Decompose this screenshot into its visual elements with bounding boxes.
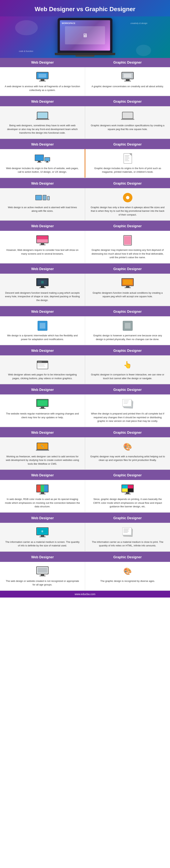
graphic-header-13: Graphic Designer [85,553,170,562]
web-header-12: Web Designer [0,514,85,523]
graphic-text-7: Graphic design is however a permanent on… [90,334,165,341]
graphic-header-2: Graphic Designer [85,97,170,106]
graphic-text-12: The information carrier as a material me… [90,540,165,548]
web-header-11: Web Designer [0,471,85,480]
graphic-text-2: Graphic designers work inside condition … [90,124,165,131]
graphic-text-13: The graphic design is recognized by dive… [100,579,155,583]
footer-url: www.educba.com [75,593,95,596]
web-text-10: Working as freelancer, web designer can … [5,455,80,466]
web-icon-1 [35,71,50,82]
web-header-5: Web Designer [0,222,85,231]
graphic-header-10: Graphic Designer [85,428,170,437]
graphic-icon-13: 🎨 [120,566,135,577]
graphic-text-8: Graphic designer in comparison is fewer … [90,373,165,380]
graphic-text-5: Graphic designer may implement nice-look… [90,248,165,259]
graphic-text-3: Graphic design includes its origins in t… [90,166,165,174]
hero-image: WORKSPACE 🖥 creativity & design code & f… [0,17,170,58]
graphic-icon-9 [120,398,135,409]
web-icon-7 [35,320,50,332]
graphic-header-1: Graphic Designer [85,58,170,67]
web-text-2: Being web designers, sometimes they have… [5,124,80,135]
graphic-icon-12 [120,527,135,538]
section-5: Web Designer Graphic Designer However, W… [0,222,170,264]
section-12: Web Designer Graphic Designer 🖥 The [0,514,170,552]
graphic-header-6: Graphic Designer [85,265,170,274]
web-text-12: The information carrier as a material me… [5,540,80,548]
web-header-1: Web Designer [0,58,85,67]
graphic-text-10: Graphic designer may work with a manufac… [90,455,165,462]
graphic-icon-3 [120,153,135,164]
graphic-header-12: Graphic Designer [85,514,170,523]
web-icon-2 [35,110,50,121]
web-text-6: Descent web designers function toward ma… [5,291,80,302]
graphic-icon-10: 🎨 [120,441,135,453]
graphic-text-6: Graphic designers function inside actual… [90,291,165,299]
page-title: Web Designer vs Graphic Designer [0,0,170,17]
web-text-1: A web designer is anxious with how all f… [5,85,80,92]
graphic-header-11: Graphic Designer [85,471,170,480]
graphic-icon-8: 👆 [120,359,135,371]
web-header-6: Web Designer [0,265,85,274]
web-icon-5 [35,235,50,246]
section-3: Web Designer Graphic Designer [0,140,170,178]
section-8: Web Designer Graphic Designer [0,346,170,384]
graphic-text-11: Since, graphic design depends on printin… [90,497,165,508]
section-7: Web Designer Graphic Designer We design … [0,307,170,345]
section-11: Web Designer Graphic Designer In web d [0,471,170,513]
web-icon-9 [35,398,50,409]
web-header-2: Web Designer [0,97,85,106]
web-icon-12: 🖥 [35,527,50,538]
section-4: Web Designer Graphic Designer Web design… [0,179,170,221]
web-text-4: Web design is an active medium and is al… [5,206,80,213]
section-9: Web Designer Graphic Designer The websit… [0,385,170,427]
section-2: Web Designer Graphic Designer Being web … [0,97,170,139]
web-text-9: The website needs regular maintenance wi… [5,412,80,419]
web-header-7: Web Designer [0,307,85,316]
web-text-13: The web design or website created is not… [5,579,80,587]
web-header-13: Web Designer [0,553,85,562]
graphic-header-3: Graphic Designer [85,140,170,149]
graphic-header-5: Graphic Designer [85,222,170,231]
web-header-8: Web Designer [0,346,85,355]
graphic-icon-11 [120,484,135,495]
graphic-header-7: Graphic Designer [85,307,170,316]
graphic-header-8: Graphic Designer [85,346,170,355]
web-header-9: Web Designer [0,385,85,395]
web-icon-10: 🔧 [35,441,50,453]
section-13: Web Designer Graphic Designer The web de… [0,553,170,591]
web-icon-8 [35,359,50,371]
section-1: Web Designer Graphic Designer A web de [0,58,170,96]
graphic-icon-2 [120,110,135,121]
graphic-icon-4 [120,192,135,203]
web-icon-6: ⊞ [35,277,50,289]
web-icon-13 [35,566,50,577]
web-text-3: Web designer includes its origin in the … [5,166,80,174]
graphic-text-1: A graphic designer concentrates on creat… [91,85,164,88]
web-text-5: However, Web designers require to consid… [5,248,80,255]
section-6: Web Designer Graphic Designer ⊞ Desce [0,265,170,306]
footer: www.educba.com [0,591,170,597]
web-icon-3 [35,153,50,164]
web-header-3: Web Designer [0,140,85,149]
graphic-icon-5 [120,235,135,246]
section-10: Web Designer Graphic Designer 🔧 Working … [0,428,170,470]
web-text-11: In web design, RGB color mode is used as… [5,497,80,508]
web-icon-11 [35,484,50,495]
graphic-icon-6 [120,277,135,289]
graphic-icon-1 [120,71,135,82]
graphic-text-9: When the design is prepared and printed … [90,412,165,423]
web-text-7: We design is a dynamic intermediate whic… [5,334,80,341]
web-icon-4 [35,192,50,203]
web-text-8: Web designer allows web pages for to be … [5,373,80,380]
graphic-icon-7 [120,320,135,332]
graphic-header-9: Graphic Designer [85,385,170,395]
graphic-text-4: Graphic design has only a time when it u… [90,206,165,217]
graphic-header-4: Graphic Designer [85,179,170,188]
web-header-4: Web Designer [0,179,85,188]
web-header-10: Web Designer [0,428,85,437]
